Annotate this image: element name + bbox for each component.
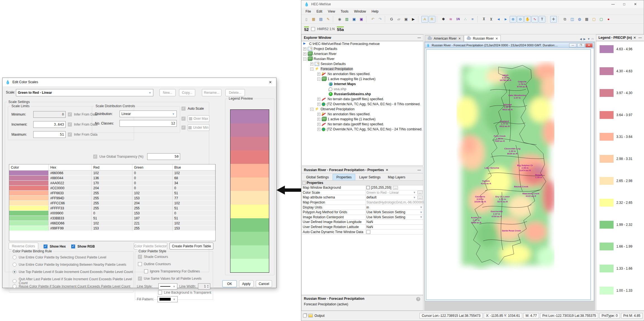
table-row[interactable]: #AA0022170034 [9,181,215,186]
hmr52-checkbox[interactable] [311,27,315,31]
ellipsis-button[interactable]: … [418,191,423,194]
restore-icon[interactable]: □ [592,37,593,40]
map-window-titlebar[interactable]: 💧 Russian River - Forecast Precipitation… [425,42,594,48]
hmr52-icon[interactable]: 52 [304,27,309,32]
line-bg-transparent-checkbox[interactable] [158,291,162,294]
zoom-in-icon[interactable]: ⊕ [510,16,516,23]
maximize-icon[interactable]: □ [619,2,630,6]
ellipsis-button[interactable]: … [418,196,423,199]
chevron-down-icon[interactable]: ▼ [420,211,423,214]
tree-item[interactable]: +Session Defaults [302,61,423,66]
close-icon[interactable]: ✕ [585,43,593,47]
tab-map-layers[interactable]: Map Layers [385,174,409,180]
scroll-left-icon[interactable]: ◀ [580,37,582,40]
dock-icon[interactable] [303,314,307,317]
settings-gear-icon[interactable]: ✱ [440,16,447,23]
line-width-stepper[interactable]: 1 ▲▼ [198,283,210,289]
color-palette-selector-button[interactable]: Color Palette Selector [134,243,167,250]
maximum-input[interactable]: 51 [33,131,66,138]
new-document-icon[interactable]: ▯ [303,16,310,23]
color-table[interactable]: Color Hex Red Green Blue #6600661020102#… [9,164,216,241]
snapshot-camera-icon[interactable]: ◉ [336,16,343,23]
expander-icon[interactable]: − [317,78,320,81]
radio-button[interactable] [13,284,16,288]
explorer-tree[interactable]: C:\HEC-MetVue\Real-Time Forecasting.metv… [301,41,423,166]
scroll-right-icon[interactable]: ▶ [583,37,586,40]
fill-pattern-select[interactable]: ▼ [158,296,178,302]
binding-rule-option[interactable]: Reuse Color Palette if Scale Increment C… [13,284,130,288]
create-palette-from-table-button[interactable]: Create Palette From Table [170,243,213,250]
table-row[interactable]: #99FF99153255153 [9,226,215,231]
copy-button[interactable]: Copy... [179,89,195,96]
property-value[interactable]: [255,255,255]… [366,185,423,190]
infer-min-checkbox[interactable] [68,112,72,116]
scatter-points-icon[interactable]: ∴ [462,16,469,23]
radio-button[interactable] [13,263,16,267]
zoom-next-icon[interactable]: ► [502,16,509,23]
table-row[interactable]: #880044136068 [9,176,215,181]
table-row[interactable]: #6600661020102 [9,171,215,176]
distribution-select[interactable]: Linear ▼ [120,111,177,117]
auto-scale-checkbox[interactable] [182,107,185,111]
menu-edit[interactable]: Edit [314,9,325,14]
redo-icon[interactable]: ↷ [377,16,383,23]
menu-view[interactable]: View [325,9,338,14]
binding-rule-option[interactable]: Use Entire Color Palette by Selecting Cl… [13,255,106,259]
property-value[interactable]: in▼ [366,205,423,210]
minimize-icon[interactable]: — [418,36,421,40]
close-icon[interactable]: ✕ [267,80,273,84]
export-data-disk-icon[interactable]: ▣ [358,16,365,23]
zoom-window-tool-icon[interactable]: ▱ [395,16,402,23]
properties-section-row[interactable]: − Properties [302,181,423,185]
binding-rule-option[interactable]: Use Entire Color Palette by Interpolatin… [13,263,126,267]
close-icon[interactable]: ✕ [633,36,636,40]
expander-icon[interactable]: + [317,73,320,76]
restore-icon[interactable]: ❐ [577,43,585,47]
menu-help[interactable]: Help [369,9,381,14]
close-icon[interactable]: ✕ [495,37,498,40]
help-icon[interactable]: ? [416,297,420,301]
annotate-a-icon[interactable]: A [421,16,428,23]
tree-item[interactable]: RussianSubbasins.shp [302,92,423,97]
tree-item[interactable]: C:\HEC-MetVue\Real-Time Forecasting.metv… [302,41,423,46]
minimize-icon[interactable]: — [607,2,619,6]
full-extents-icon[interactable]: ⊻ [488,16,495,23]
table-row[interactable]: #FFFF3325525551 [9,206,215,211]
expander-icon[interactable]: − [310,108,313,111]
legend-header[interactable]: Legend - PRECIP (in) ✕ — [596,34,644,41]
precip-droplet-icon[interactable]: ● [605,16,612,23]
radio-button[interactable] [13,279,16,283]
line-style-select[interactable]: ▼ [158,283,177,289]
menu-window[interactable]: Window [352,9,369,14]
map-canvas[interactable]: Ukiah 3.00 in 10758 ac-ftCalpella 1.78 i… [426,49,591,300]
property-value[interactable]: Use Work Session Setting▼ [366,215,423,220]
tree-item[interactable]: −Russian River [302,56,423,61]
collapse-icon[interactable]: − [302,181,306,185]
infer-increment-checkbox[interactable] [68,123,72,126]
window-annotations-icon[interactable]: ▢ [591,16,597,23]
expander-icon[interactable]: + [303,52,306,56]
binding-rule-option[interactable]: Quit After Last Palette Level if Scale I… [13,277,133,285]
close-icon[interactable]: ✕ [458,37,461,40]
property-value[interactable]: NaN [366,220,423,224]
tree-item[interactable]: usa.shp [302,87,423,92]
ellipsis-button[interactable]: … [393,186,398,190]
tree-item[interactable]: +American River [302,51,423,56]
cancel-button[interactable]: Cancel [256,280,272,287]
tree-item[interactable]: Internet Maps [302,82,423,87]
tab-american-river[interactable]: American River✕ [425,35,464,42]
table-row[interactable]: #CC000020400 [9,186,215,191]
close-icon[interactable]: ✕ [630,2,641,6]
rename-button[interactable]: Rename... [202,89,221,96]
zoom-out-icon[interactable]: ⊖ [517,16,524,23]
menu-file[interactable]: File [303,9,313,14]
tree-item[interactable]: −1 active mapping file (1 inactive) [302,76,423,82]
tab-global-settings[interactable]: Global Settings [303,174,332,180]
expander-icon[interactable]: + [310,63,313,66]
increment-input[interactable]: 3.643 [33,121,66,128]
tree-item[interactable]: +No terrain data (geotiff files) specifi… [302,97,423,102]
property-value[interactable]: Use Work Session Setting▼ [366,210,423,215]
time-calendar-icon[interactable]: ▦ [583,16,590,23]
delete-button[interactable]: Delete... [225,89,245,96]
move-cursor-icon[interactable]: ✛ [550,16,557,23]
